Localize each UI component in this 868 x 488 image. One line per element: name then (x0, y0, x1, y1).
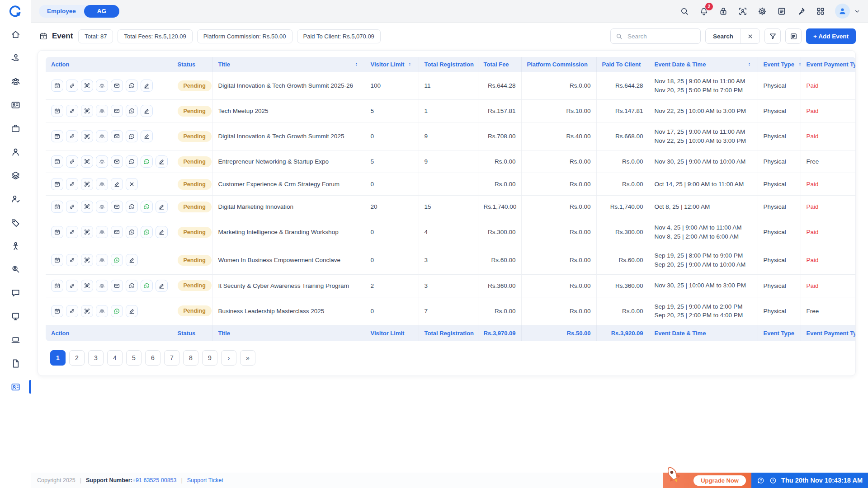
sidebar-item-person[interactable] (0, 234, 31, 258)
link-action-button[interactable] (66, 226, 78, 238)
page-button-8[interactable]: 8 (183, 350, 198, 366)
group-action-button[interactable] (96, 105, 108, 117)
calendar-action-button[interactable] (51, 105, 63, 117)
whatsapp-green-action-button[interactable] (141, 280, 153, 292)
edit-action-button[interactable] (141, 105, 153, 117)
whatsapp-action-button[interactable] (126, 280, 138, 292)
sidebar-item-document[interactable] (0, 352, 31, 375)
mail-action-button[interactable] (111, 80, 123, 92)
whatsapp-action-button[interactable] (126, 80, 138, 92)
column-header[interactable]: Event Date & Time (649, 57, 758, 72)
sidebar-item-chat[interactable] (0, 281, 31, 305)
group-action-button[interactable] (96, 201, 108, 213)
pin-button[interactable] (796, 6, 806, 16)
filter-button[interactable] (764, 28, 781, 44)
clear-search-button[interactable] (741, 29, 760, 43)
sidebar-item-user-search[interactable] (0, 258, 31, 281)
calendar-action-button[interactable] (51, 305, 63, 317)
whatsapp-action-button[interactable] (126, 201, 138, 213)
page-button-4[interactable]: 4 (107, 350, 123, 366)
page-button-2[interactable]: 2 (69, 350, 85, 366)
mail-action-button[interactable] (111, 280, 123, 292)
search-field[interactable] (610, 28, 701, 44)
group-action-button[interactable] (96, 80, 108, 92)
group-action-button[interactable] (96, 305, 108, 317)
toggle-ag[interactable]: AG (84, 5, 119, 18)
calendar-action-button[interactable] (51, 130, 63, 142)
sidebar-item-contact-card[interactable] (0, 375, 31, 399)
sidebar-item-id-card[interactable] (0, 93, 31, 117)
sidebar-item-payments[interactable] (0, 46, 31, 70)
link-action-button[interactable] (66, 130, 78, 142)
link-action-button[interactable] (66, 80, 78, 92)
whatsapp-green-action-button[interactable] (111, 254, 123, 266)
link-action-button[interactable] (66, 305, 78, 317)
group-action-button[interactable] (96, 178, 108, 190)
add-event-button[interactable]: + Add Event (806, 28, 856, 44)
search-input[interactable] (627, 33, 696, 40)
sidebar-item-tag[interactable] (0, 211, 31, 234)
sidebar-item-kiosk[interactable] (0, 305, 31, 328)
app-logo[interactable] (0, 0, 31, 23)
whatsapp-action-button[interactable] (126, 130, 138, 142)
whatsapp-action-button[interactable] (126, 226, 138, 238)
search-button[interactable]: Search (706, 29, 741, 43)
calendar-action-button[interactable] (51, 80, 63, 92)
whatsapp-action-button[interactable] (126, 155, 138, 168)
qr-action-button[interactable] (81, 80, 93, 92)
lock-button[interactable] (718, 6, 728, 16)
page-button-6[interactable]: 6 (145, 350, 160, 366)
sidebar-item-user-check[interactable] (0, 187, 31, 211)
page-button-5[interactable]: 5 (126, 350, 142, 366)
group-action-button[interactable] (96, 155, 108, 168)
sidebar-item-home[interactable] (0, 23, 31, 46)
user-menu[interactable] (835, 4, 861, 19)
calendar-action-button[interactable] (51, 201, 63, 213)
gear-button[interactable] (757, 6, 767, 16)
upgrade-now-button[interactable]: Upgrade Now (693, 475, 746, 486)
whatsapp-green-action-button[interactable] (141, 226, 153, 238)
page-button-3[interactable]: 3 (88, 350, 104, 366)
chevron-down-icon[interactable] (854, 8, 861, 15)
edit-action-button[interactable] (156, 201, 168, 213)
edit-action-button[interactable] (126, 254, 138, 266)
mail-action-button[interactable] (111, 155, 123, 168)
column-header[interactable]: Title (212, 57, 365, 72)
group-action-button[interactable] (96, 254, 108, 266)
mail-action-button[interactable] (111, 201, 123, 213)
whatsapp-green-action-button[interactable] (141, 155, 153, 168)
toggle-employee[interactable]: Employee (39, 8, 84, 14)
qr-action-button[interactable] (81, 155, 93, 168)
column-header[interactable]: Total Registration (419, 57, 478, 72)
whatsapp-green-action-button[interactable] (111, 305, 123, 317)
page-button-›[interactable]: › (221, 350, 236, 366)
edit-action-button[interactable] (141, 130, 153, 142)
mail-action-button[interactable] (111, 226, 123, 238)
link-action-button[interactable] (66, 254, 78, 266)
user-scan-button[interactable] (738, 6, 748, 16)
qr-action-button[interactable] (81, 201, 93, 213)
link-action-button[interactable] (66, 155, 78, 168)
sidebar-item-bag[interactable] (0, 117, 31, 140)
group-action-button[interactable] (96, 130, 108, 142)
calendar-action-button[interactable] (51, 226, 63, 238)
qr-action-button[interactable] (81, 130, 93, 142)
edit-action-button[interactable] (156, 155, 168, 168)
link-action-button[interactable] (66, 280, 78, 292)
notes-button[interactable] (785, 28, 802, 44)
edit-action-button[interactable] (111, 178, 123, 190)
column-header[interactable]: Event Type (758, 57, 801, 72)
qr-action-button[interactable] (81, 254, 93, 266)
link-action-button[interactable] (66, 105, 78, 117)
help-chat-icon[interactable] (757, 476, 765, 485)
search-button[interactable] (679, 6, 689, 16)
calendar-action-button[interactable] (51, 254, 63, 266)
whatsapp-green-action-button[interactable] (141, 201, 153, 213)
edit-action-button[interactable] (126, 305, 138, 317)
page-button-9[interactable]: 9 (202, 350, 217, 366)
mail-action-button[interactable] (111, 130, 123, 142)
support-phone-link[interactable]: +91 63525 00853 (132, 477, 177, 483)
edit-action-button[interactable] (141, 80, 153, 92)
note-button[interactable] (777, 6, 787, 16)
qr-action-button[interactable] (81, 105, 93, 117)
